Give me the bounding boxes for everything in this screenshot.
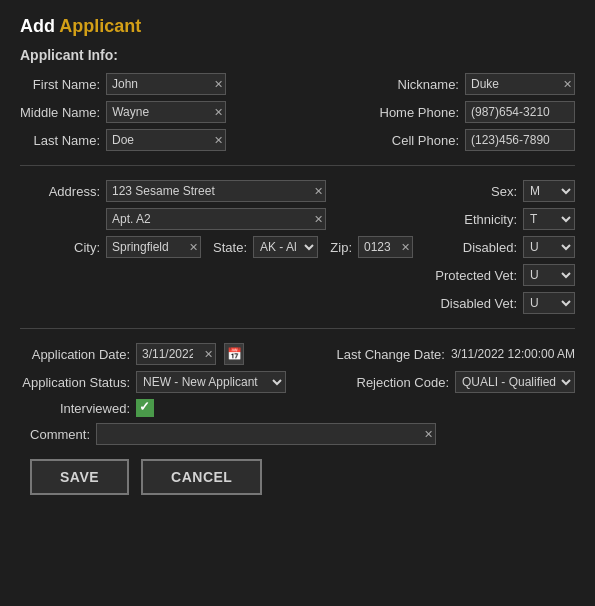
disabled-label: Disabled: (457, 240, 517, 255)
interviewed-label: Interviewed: (50, 401, 130, 416)
protected-vet-label: Protected Vet: (427, 268, 517, 283)
row-name2: Middle Name: ✕ Home Phone: (20, 101, 575, 123)
row-name3: Last Name: ✕ Cell Phone: (20, 129, 575, 151)
sex-select[interactable]: MFU (523, 180, 575, 202)
zip-label: Zip: (324, 240, 352, 255)
row-protected-vet: Protected Vet: UYN (20, 264, 575, 286)
address2-input[interactable] (106, 208, 326, 230)
app-date-wrap: ✕ (136, 343, 216, 365)
app-date-clear[interactable]: ✕ (204, 349, 213, 360)
row-comment: Comment: ✕ (20, 423, 575, 445)
last-name-wrap: ✕ (106, 129, 226, 151)
nickname-clear[interactable]: ✕ (563, 79, 572, 90)
rejection-code-label: Rejection Code: (349, 375, 449, 390)
city-label: City: (20, 240, 100, 255)
address2-clear[interactable]: ✕ (314, 214, 323, 225)
form-area: First Name: ✕ Nickname: ✕ Middle Name: ✕… (20, 73, 575, 445)
comment-input[interactable] (96, 423, 436, 445)
city-input[interactable] (106, 236, 201, 258)
dialog-title: Add Applicant (20, 16, 575, 37)
middle-name-clear[interactable]: ✕ (214, 107, 223, 118)
interviewed-checkbox[interactable] (136, 399, 154, 417)
disabled-vet-select[interactable]: UYN (523, 292, 575, 314)
calendar-icon[interactable]: 📅 (224, 343, 244, 365)
cancel-button[interactable]: CANCEL (141, 459, 262, 495)
home-phone-label: Home Phone: (379, 105, 459, 120)
middle-name-label: Middle Name: (20, 105, 100, 120)
protected-vet-select[interactable]: UYN (523, 264, 575, 286)
row-city: City: ✕ State: AK - AlCATX Zip: ✕ Disabl… (20, 236, 575, 258)
nickname-input[interactable] (465, 73, 575, 95)
cell-phone-wrap (465, 129, 575, 151)
add-applicant-dialog: Add Applicant Applicant Info: First Name… (0, 0, 595, 606)
address1-clear[interactable]: ✕ (314, 186, 323, 197)
row-address1: Address: ✕ Sex: MFU (20, 180, 575, 202)
first-name-wrap: ✕ (106, 73, 226, 95)
comment-wrap: ✕ (96, 423, 436, 445)
zip-wrap: ✕ (358, 236, 413, 258)
last-name-input[interactable] (106, 129, 226, 151)
home-phone-input[interactable] (465, 101, 575, 123)
row-app-status: Application Status: NEW - New Applicant … (20, 371, 575, 393)
disabled-vet-label: Disabled Vet: (427, 296, 517, 311)
zip-clear[interactable]: ✕ (401, 242, 410, 253)
row-interviewed: Interviewed: (20, 399, 575, 417)
row-disabled-vet: Disabled Vet: UYN (20, 292, 575, 314)
row-name1: First Name: ✕ Nickname: ✕ (20, 73, 575, 95)
app-status-select[interactable]: NEW - New Applicant ACT - Active REJ - R… (136, 371, 286, 393)
button-row: SAVE CANCEL (20, 459, 575, 495)
state-select[interactable]: AK - AlCATX (253, 236, 318, 258)
row-app-date: Application Date: ✕ 📅 Last Change Date: … (20, 343, 575, 365)
rejection-code-select[interactable]: QUALI - Qualified OTH - Other (455, 371, 575, 393)
title-suffix: Applicant (59, 16, 141, 36)
address-label: Address: (20, 184, 100, 199)
last-name-clear[interactable]: ✕ (214, 135, 223, 146)
last-name-label: Last Name: (20, 133, 100, 148)
section-label: Applicant Info: (20, 47, 575, 63)
address1-wrap: ✕ (106, 180, 326, 202)
cell-phone-input[interactable] (465, 129, 575, 151)
first-name-input[interactable] (106, 73, 226, 95)
ethnicity-select[interactable]: THU (523, 208, 575, 230)
home-phone-wrap (465, 101, 575, 123)
cell-phone-label: Cell Phone: (379, 133, 459, 148)
city-clear[interactable]: ✕ (189, 242, 198, 253)
comment-clear[interactable]: ✕ (424, 429, 433, 440)
sex-label: Sex: (477, 184, 517, 199)
nickname-wrap: ✕ (465, 73, 575, 95)
address1-input[interactable] (106, 180, 326, 202)
last-change-value: 3/11/2022 12:00:00 AM (451, 347, 575, 361)
nickname-label: Nickname: (379, 77, 459, 92)
ethnicity-label: Ethnicity: (457, 212, 517, 227)
state-label: State: (207, 240, 247, 255)
disabled-select[interactable]: UYN (523, 236, 575, 258)
comment-label: Comment: (20, 427, 90, 442)
last-change-label: Last Change Date: (325, 347, 445, 362)
middle-name-input[interactable] (106, 101, 226, 123)
row-address2: ✕ Ethnicity: THU (20, 208, 575, 230)
title-prefix: Add (20, 16, 59, 36)
city-wrap: ✕ (106, 236, 201, 258)
save-button[interactable]: SAVE (30, 459, 129, 495)
first-name-clear[interactable]: ✕ (214, 79, 223, 90)
address2-wrap: ✕ (106, 208, 326, 230)
app-date-label: Application Date: (20, 347, 130, 362)
app-status-label: Application Status: (20, 375, 130, 390)
first-name-label: First Name: (20, 77, 100, 92)
middle-name-wrap: ✕ (106, 101, 226, 123)
